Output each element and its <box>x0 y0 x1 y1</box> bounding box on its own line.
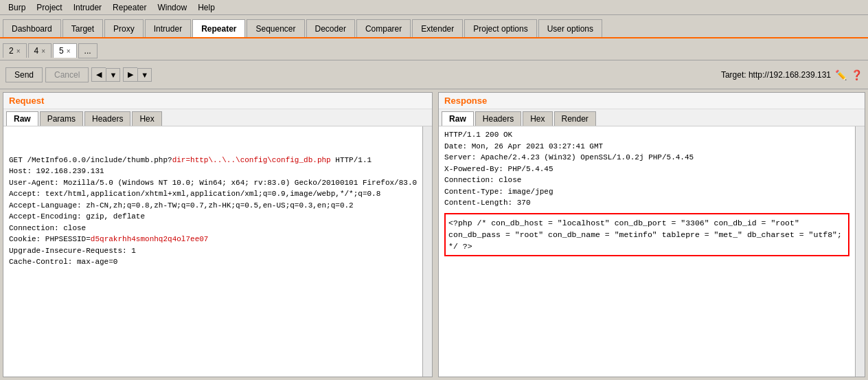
forward-button[interactable]: ▶ <box>123 67 137 82</box>
response-tab-hex[interactable]: Hex <box>523 111 552 126</box>
request-tab-raw[interactable]: Raw <box>6 111 38 126</box>
back-button[interactable]: ◀ <box>91 67 106 82</box>
request-tab-hex[interactable]: Hex <box>132 111 161 126</box>
request-panel-inner: GET /MetInfo6.0.0/include/thumb.php?dir=… <box>3 126 432 377</box>
tab-repeater[interactable]: Repeater <box>192 19 245 37</box>
response-content[interactable]: HTTP/1.1 200 OK Date: Mon, 26 Apr 2021 0… <box>439 126 855 377</box>
target-info: Target: http://192.168.239.131 ✏️ ❓ <box>721 69 863 80</box>
content-area: Request Raw Params Headers Hex GET /MetI… <box>0 89 868 380</box>
request-title: Request <box>3 93 432 109</box>
cancel-button[interactable]: Cancel <box>45 67 89 82</box>
request-text: GET /MetInfo6.0.0/include/thumb.php?dir=… <box>6 153 420 269</box>
close-tab-5-icon[interactable]: × <box>67 47 71 55</box>
tab-dashboard[interactable]: Dashboard <box>3 19 61 37</box>
menu-burp[interactable]: Burp <box>3 1 31 14</box>
sub-tab-4[interactable]: 4 × <box>28 43 52 58</box>
menu-bar: Burp Project Intruder Repeater Window He… <box>0 0 868 15</box>
tab-sequencer[interactable]: Sequencer <box>247 19 304 37</box>
nav-back-group: ◀ ▼ <box>91 67 120 82</box>
forward-dropdown-button[interactable]: ▼ <box>137 68 152 82</box>
menu-help[interactable]: Help <box>192 1 220 14</box>
menu-window[interactable]: Window <box>152 1 192 14</box>
send-button[interactable]: Send <box>5 67 43 82</box>
main-tab-bar: Dashboard Target Proxy Intruder Repeater… <box>0 15 868 38</box>
tab-intruder[interactable]: Intruder <box>145 19 191 37</box>
tab-extender[interactable]: Extender <box>412 19 463 37</box>
close-tab-2-icon[interactable]: × <box>16 47 21 55</box>
response-panel: Response Raw Headers Hex Render HTTP/1.1… <box>438 92 865 377</box>
sub-tab-bar: 2 × 4 × 5 × ... <box>0 38 868 60</box>
tab-user-options[interactable]: User options <box>538 19 602 37</box>
tab-target[interactable]: Target <box>62 19 103 37</box>
menu-repeater[interactable]: Repeater <box>107 1 152 14</box>
tab-project-options[interactable]: Project options <box>464 19 536 37</box>
response-tab-render[interactable]: Render <box>554 111 596 126</box>
response-title: Response <box>439 93 865 109</box>
close-tab-4-icon[interactable]: × <box>41 47 45 55</box>
request-tab-headers[interactable]: Headers <box>84 111 130 126</box>
menu-project[interactable]: Project <box>31 1 67 14</box>
response-scrollbar[interactable] <box>855 126 865 377</box>
help-icon[interactable]: ❓ <box>851 69 863 80</box>
menu-intruder[interactable]: Intruder <box>68 1 107 14</box>
target-label: Target: http://192.168.239.131 <box>721 70 831 80</box>
toolbar: Send Cancel ◀ ▼ ▶ ▼ Target: http://192.1… <box>0 60 868 89</box>
request-scrollbar[interactable] <box>422 126 432 377</box>
response-headers-text: HTTP/1.1 200 OK Date: Mon, 26 Apr 2021 0… <box>442 128 852 210</box>
response-php-box: <?php /* con_db_host = "localhost" con_d… <box>444 213 849 257</box>
tab-decoder[interactable]: Decoder <box>306 19 355 37</box>
request-tab-params[interactable]: Params <box>40 111 83 126</box>
response-tab-headers[interactable]: Headers <box>475 111 521 126</box>
sub-tab-2[interactable]: 2 × <box>3 43 27 58</box>
response-tabs: Raw Headers Hex Render <box>439 109 865 126</box>
request-tabs: Raw Params Headers Hex <box>3 109 432 126</box>
request-content[interactable]: GET /MetInfo6.0.0/include/thumb.php?dir=… <box>3 126 422 377</box>
edit-target-icon[interactable]: ✏️ <box>835 69 847 80</box>
tab-comparer[interactable]: Comparer <box>356 19 411 37</box>
response-panel-inner: HTTP/1.1 200 OK Date: Mon, 26 Apr 2021 0… <box>439 126 865 377</box>
response-tab-raw[interactable]: Raw <box>442 111 474 126</box>
sub-tab-more[interactable]: ... <box>78 43 98 58</box>
back-dropdown-button[interactable]: ▼ <box>106 68 120 82</box>
nav-fwd-group: ▶ ▼ <box>123 67 152 82</box>
tab-proxy[interactable]: Proxy <box>104 19 144 37</box>
sub-tab-5[interactable]: 5 × <box>53 43 77 58</box>
request-panel: Request Raw Params Headers Hex GET /MetI… <box>3 92 433 377</box>
